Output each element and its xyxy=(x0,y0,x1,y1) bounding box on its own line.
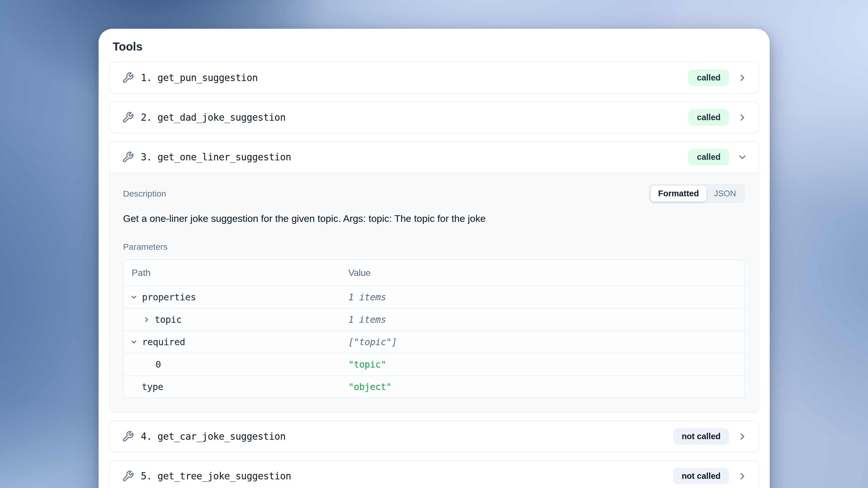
view-toggle: Formatted JSON xyxy=(649,184,745,203)
path-key: required xyxy=(142,337,185,347)
table-header-value: Value xyxy=(348,268,370,278)
table-header-path: Path xyxy=(132,268,151,278)
parameters-table: Path Value properties 1 items xyxy=(123,259,745,398)
chevron-down-icon[interactable] xyxy=(737,152,748,162)
tool-row-get-car-joke-suggestion[interactable]: 4. get_car_joke_suggestion not called xyxy=(109,421,759,452)
chevron-right-icon[interactable] xyxy=(143,315,151,324)
path-key: type xyxy=(142,382,163,392)
status-badge: called xyxy=(688,69,729,86)
status-badge: called xyxy=(688,149,729,165)
chevron-right-icon[interactable] xyxy=(737,431,748,442)
tool-name: 3. get_one_liner_suggestion xyxy=(141,151,291,163)
page-title: Tools xyxy=(113,40,755,53)
value-cell: 1 items xyxy=(348,314,745,325)
chevron-right-icon[interactable] xyxy=(737,73,748,83)
table-row-topic[interactable]: topic 1 items xyxy=(124,308,745,331)
tool-detail-panel: 3. get_one_liner_suggestion called Descr… xyxy=(109,141,759,413)
value-cell: 1 items xyxy=(348,292,745,303)
value-cell: "topic" xyxy=(348,359,745,370)
path-key: 0 xyxy=(155,359,161,370)
tool-row-get-dad-joke-suggestion[interactable]: 2. get_dad_joke_suggestion called xyxy=(109,101,759,133)
status-badge: not called xyxy=(673,468,729,484)
page-background: Tools 1. get_pun_suggestion called 2. ge… xyxy=(0,0,868,488)
value-cell: "object" xyxy=(348,382,745,392)
wrench-icon xyxy=(122,430,134,443)
path-key: topic xyxy=(155,314,182,325)
wrench-icon xyxy=(122,151,134,163)
tools-card: Tools 1. get_pun_suggestion called 2. ge… xyxy=(99,29,770,488)
table-row-properties[interactable]: properties 1 items xyxy=(124,286,745,308)
table-row-required[interactable]: required ["topic"] xyxy=(124,331,745,353)
wrench-icon xyxy=(122,470,134,482)
tool-row-get-pun-suggestion[interactable]: 1. get_pun_suggestion called xyxy=(109,62,759,94)
status-badge: not called xyxy=(673,428,729,445)
description-text: Get a one-liner joke suggestion for the … xyxy=(123,213,745,224)
table-header-row: Path Value xyxy=(124,260,745,286)
tool-name: 1. get_pun_suggestion xyxy=(141,72,258,83)
tool-name: 2. get_dad_joke_suggestion xyxy=(141,112,286,123)
table-row-0: 0 "topic" xyxy=(124,353,745,375)
wrench-icon xyxy=(122,72,134,84)
chevron-right-icon[interactable] xyxy=(737,112,748,123)
description-label: Description xyxy=(123,189,166,199)
tool-row-get-tree-joke-suggestion[interactable]: 5. get_tree_joke_suggestion not called xyxy=(109,460,759,488)
chevron-down-icon[interactable] xyxy=(130,338,138,346)
parameters-label: Parameters xyxy=(123,242,745,252)
tool-name: 5. get_tree_joke_suggestion xyxy=(141,470,291,482)
tool-detail-body: Description Formatted JSON Get a one-lin… xyxy=(110,173,758,412)
table-row-type: type "object" xyxy=(124,375,745,398)
json-tab[interactable]: JSON xyxy=(707,186,744,202)
tool-row-get-one-liner-suggestion[interactable]: 3. get_one_liner_suggestion called xyxy=(110,142,758,173)
chevron-down-icon[interactable] xyxy=(130,293,138,301)
path-key: properties xyxy=(142,292,196,303)
tool-name: 4. get_car_joke_suggestion xyxy=(141,431,286,442)
status-badge: called xyxy=(688,109,729,126)
chevron-right-icon[interactable] xyxy=(737,471,748,481)
formatted-tab[interactable]: Formatted xyxy=(651,186,707,202)
wrench-icon xyxy=(122,112,134,124)
value-cell: ["topic"] xyxy=(348,337,745,347)
